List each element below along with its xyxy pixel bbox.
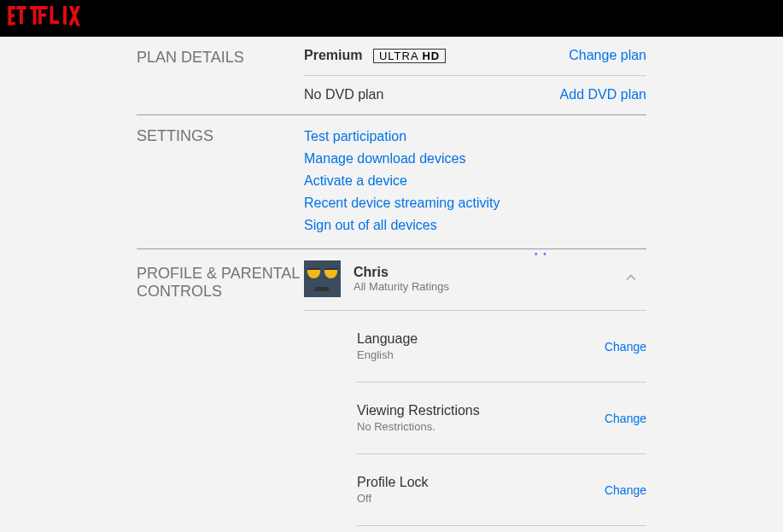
test-participation-link[interactable]: Test participation bbox=[304, 126, 646, 148]
profile-lock-row: Profile Lock Off Change bbox=[357, 454, 646, 526]
profile-lock-value: Off bbox=[357, 492, 429, 505]
dvd-plan-text: No DVD plan bbox=[304, 87, 383, 102]
profile-maturity-rating: All Maturity Ratings bbox=[354, 280, 622, 293]
signout-devices-link[interactable]: Sign out of all devices bbox=[304, 214, 646, 237]
chevron-up-icon bbox=[622, 269, 640, 289]
netflix-logo[interactable] bbox=[5, 6, 80, 32]
change-language-link[interactable]: Change bbox=[605, 340, 646, 354]
change-lock-link[interactable]: Change bbox=[605, 483, 646, 497]
change-restrictions-link[interactable]: Change bbox=[605, 412, 646, 425]
profile-section-title: PROFILE & PARENTAL CONTROLS bbox=[137, 265, 304, 301]
manage-devices-link[interactable]: Manage download devices bbox=[304, 148, 646, 170]
recent-activity-link[interactable]: Recent device streaming activity bbox=[304, 192, 646, 214]
profile-section: PROFILE & PARENTAL CONTROLS • • Chris Al… bbox=[137, 249, 646, 532]
language-value: English bbox=[357, 348, 418, 361]
viewing-restrictions-row: Viewing Restrictions No Restrictions. Ch… bbox=[357, 383, 646, 454]
dvd-plan-row: No DVD plan Add DVD plan bbox=[304, 76, 646, 114]
plan-row: Premium ULTRA HD Change plan bbox=[304, 37, 646, 76]
settings-section: SETTINGS Test participation Manage downl… bbox=[137, 115, 646, 249]
viewing-activity-row: Viewing activity View bbox=[357, 526, 646, 532]
main-content: PLAN DETAILS Premium ULTRA HD Change pla… bbox=[0, 37, 783, 532]
language-row: Language English Change bbox=[357, 311, 646, 383]
plan-details-title: PLAN DETAILS bbox=[137, 49, 304, 67]
profile-lock-title: Profile Lock bbox=[357, 475, 429, 490]
add-dvd-link[interactable]: Add DVD plan bbox=[560, 87, 646, 102]
loading-dots-icon: • • bbox=[535, 249, 548, 259]
avatar bbox=[304, 260, 341, 297]
viewing-restrictions-value: No Restrictions. bbox=[357, 420, 480, 433]
plan-name: Premium bbox=[304, 48, 362, 62]
app-header bbox=[0, 0, 783, 37]
change-plan-link[interactable]: Change plan bbox=[569, 48, 646, 63]
viewing-restrictions-title: Viewing Restrictions bbox=[357, 403, 480, 418]
profile-header[interactable]: • • Chris All Maturity Ratings bbox=[304, 249, 646, 311]
language-title: Language bbox=[357, 331, 418, 347]
ultra-hd-badge: ULTRA HD bbox=[373, 49, 446, 63]
activate-device-link[interactable]: Activate a device bbox=[304, 170, 646, 192]
plan-details-section: PLAN DETAILS Premium ULTRA HD Change pla… bbox=[137, 37, 646, 115]
profile-name: Chris bbox=[354, 265, 622, 280]
settings-title: SETTINGS bbox=[137, 127, 304, 145]
